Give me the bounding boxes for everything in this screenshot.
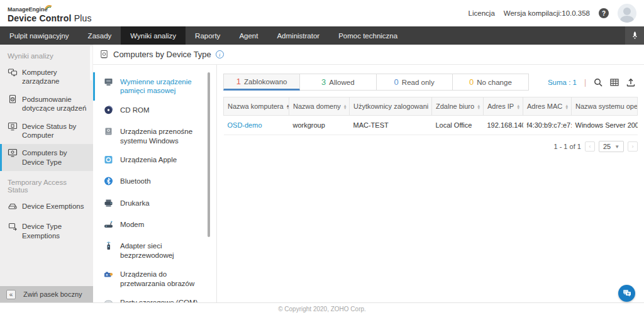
- collapse-sidebar-button[interactable]: « Zwiń pasek boczny: [0, 286, 93, 302]
- col-header-os-name[interactable]: Nazwa systemu operacyjneg: [572, 97, 638, 116]
- app-root: ManageEngine Device Control Plus Licencj…: [0, 0, 644, 315]
- sidebar-item-label: Device Exemptions: [22, 202, 84, 211]
- device-type-bluetooth[interactable]: Bluetooth: [93, 172, 216, 193]
- prev-page-button[interactable]: ‹: [585, 141, 595, 152]
- sidebar-item-label: Device Type Exemptions: [22, 222, 89, 240]
- domain-cell: workgroup: [289, 116, 350, 135]
- device-type-label: Drukarka: [120, 199, 150, 207]
- build-version-label: Wersja kompilacji:10.0.358: [504, 9, 590, 17]
- sidebar-item-label: Komputery zarządzane: [22, 68, 89, 86]
- managed-computers-icon: [8, 67, 18, 79]
- help-icon[interactable]: ?: [599, 8, 609, 18]
- nav-item-wyniki-analizy[interactable]: Wyniki analizy: [121, 26, 186, 45]
- collapse-label: Zwiń pasek boczny: [23, 290, 82, 298]
- tab-allowed[interactable]: 3 Allowed: [300, 74, 376, 91]
- device-type-printer[interactable]: Drukarka: [93, 194, 216, 215]
- col-header-remote-office[interactable]: Zdalne biuro▲▼: [432, 97, 484, 116]
- license-link[interactable]: Licencja: [469, 9, 495, 17]
- sidebar-item-label: Podsumowanie dotyczące urządzeń: [22, 95, 89, 113]
- device-type-apple-devices[interactable]: Urządzenia Apple: [93, 150, 216, 172]
- collapse-chevron-icon: «: [6, 290, 16, 299]
- col-header-ip-address[interactable]: Adres IP▲▼: [484, 97, 523, 116]
- sidebar-item-label: Device Status by Computer: [22, 122, 89, 140]
- col-header-computer-name[interactable]: Nazwa komputera▲▼: [224, 97, 289, 116]
- sort-icon[interactable]: ▲▼: [343, 104, 347, 109]
- device-type-modem[interactable]: Modem: [93, 215, 216, 236]
- toolbar-separator: |: [584, 78, 586, 87]
- col-header-logged-users[interactable]: Użytkownicy zalogowani▲▼: [350, 97, 432, 116]
- status-tabs-row: 1 Zablokowano 3 Allowed 0 Read only: [223, 74, 638, 91]
- column-chooser-icon[interactable]: [610, 78, 619, 87]
- col-header-domain-name[interactable]: Nazwa domeny▲▼: [289, 97, 350, 116]
- device-type-label: Porty szeregowe (COM): [120, 298, 197, 302]
- top-header: ManageEngine Device Control Plus Licencj…: [0, 0, 644, 26]
- sort-icon[interactable]: ▲▼: [516, 104, 520, 109]
- device-type-windows-portable[interactable]: Urządzenia przenośne systemu Windows: [93, 122, 216, 150]
- export-icon[interactable]: [626, 78, 635, 87]
- user-avatar[interactable]: [618, 4, 636, 23]
- search-icon[interactable]: [594, 78, 602, 87]
- tab-label: Allowed: [329, 79, 354, 86]
- nav-item-zasady[interactable]: Zasady: [79, 26, 121, 45]
- content-body: Wymienne urządzenie pamięci masowej CD R…: [93, 65, 644, 302]
- sidebar-scrollbar[interactable]: [90, 46, 92, 80]
- users-cell: MAC-TEST: [350, 116, 432, 135]
- device-type-label: Adapter sieci bezprzewodowej: [120, 241, 200, 260]
- sidebar-section-results: Wyniki analizy: [0, 45, 93, 64]
- sort-icon[interactable]: ▲▼: [477, 104, 480, 109]
- printer-icon: [103, 198, 114, 210]
- sidebar-item-device-status-by-computer[interactable]: Device Status by Computer: [0, 118, 93, 145]
- nav-item-pulpit-nawigacyjny[interactable]: Pulpit nawigacyjny: [0, 26, 79, 45]
- main-navbar: Pulpit nawigacyjny Zasady Wyniki analizy…: [0, 26, 644, 45]
- sidebar-item-device-exemptions[interactable]: Device Exemptions: [0, 197, 93, 218]
- logo-swoosh-icon: [45, 4, 52, 9]
- device-type-label: CD ROM: [120, 106, 150, 114]
- copyright-text: © Copyright 2020, ZOHO Corp.: [278, 306, 366, 312]
- office-cell: Local Office: [432, 116, 484, 135]
- page-size-select[interactable]: 25▼: [599, 141, 624, 152]
- sidebar-item-computers-by-device-type[interactable]: Computers by Device Type: [0, 144, 93, 171]
- page-title-device-icon: [99, 50, 109, 59]
- device-panel-scrollbar[interactable]: [208, 72, 210, 237]
- nav-item-pomoc-techniczna[interactable]: Pomoc techniczna: [329, 26, 407, 45]
- device-type-serial-ports-com[interactable]: Porty szeregowe (COM): [93, 293, 216, 302]
- tab-no-change[interactable]: 0 No change: [453, 74, 529, 91]
- device-summary-icon: [8, 94, 18, 106]
- nav-item-raporty[interactable]: Raporty: [186, 26, 230, 45]
- sidebar-item-podsumowanie-urzadzen[interactable]: Podsumowanie dotyczące urządzeń: [0, 91, 93, 118]
- device-status-computer-icon: [8, 121, 18, 133]
- page-title-bar: Computers by Device Type i: [93, 45, 644, 65]
- device-type-removable-storage[interactable]: Wymienne urządzenie pamięci masowej: [93, 72, 216, 101]
- computers-by-device-type-icon: [8, 148, 18, 160]
- device-type-wireless-adapter[interactable]: Adapter sieci bezprzewodowej: [93, 236, 216, 265]
- device-type-cd-rom[interactable]: CD ROM: [93, 101, 216, 122]
- cd-rom-icon: [103, 105, 114, 117]
- com-port-icon: [103, 297, 114, 302]
- results-area: 1 Zablokowano 3 Allowed 0 Read only: [217, 65, 644, 302]
- nav-spacer: [407, 26, 625, 45]
- readonly-count: 0: [394, 77, 399, 87]
- device-type-label: Urządzenia przenośne systemu Windows: [120, 127, 200, 145]
- nav-item-administrator[interactable]: Administrator: [267, 26, 329, 45]
- allowed-count: 3: [321, 77, 326, 87]
- sidebar-section-temporary-access: Temporary Access Status: [0, 171, 93, 197]
- sidebar-item-komputery-zarzadzane[interactable]: Komputery zarządzane: [0, 64, 93, 91]
- app-logo: ManageEngine Device Control Plus: [8, 3, 92, 23]
- device-type-panel: Wymienne urządzenie pamięci masowej CD R…: [93, 65, 217, 302]
- next-page-button[interactable]: ›: [628, 141, 638, 152]
- sort-icon[interactable]: ▲▼: [286, 104, 289, 109]
- nav-item-agent[interactable]: Agent: [230, 26, 267, 45]
- device-type-label: Bluetooth: [120, 177, 151, 185]
- sidebar-item-device-type-exemptions[interactable]: Device Type Exemptions: [0, 218, 93, 245]
- tab-zablokowano[interactable]: 1 Zablokowano: [223, 74, 300, 91]
- computer-name-link[interactable]: OSD-demo: [228, 121, 262, 129]
- announcements-rocket-icon[interactable]: [625, 26, 644, 45]
- tab-label: Zablokowano: [244, 78, 287, 86]
- info-icon[interactable]: i: [216, 50, 224, 58]
- chat-support-icon[interactable]: [618, 285, 635, 302]
- table-row: OSD-demo workgroup MAC-TEST Local Office…: [224, 116, 638, 135]
- sort-icon[interactable]: ▲▼: [565, 104, 569, 109]
- col-header-mac-address[interactable]: Adres MAC▲▼: [523, 97, 572, 116]
- device-type-imaging-devices[interactable]: Urządzenia do przetwarzania obrazów: [93, 265, 216, 293]
- tab-read-only[interactable]: 0 Read only: [377, 74, 453, 91]
